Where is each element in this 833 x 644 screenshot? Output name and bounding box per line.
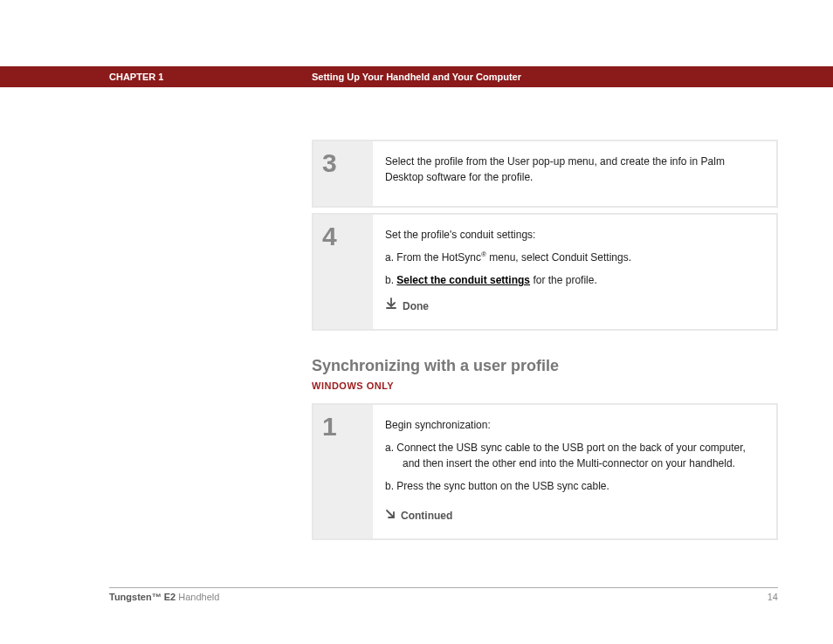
substep-a: a. From the HotSync® menu, select Condui… [385, 250, 761, 265]
step-box: 1 Begin synchronization: a. Connect the … [312, 403, 778, 540]
continued-indicator: Continued [385, 506, 761, 524]
section-subheading: WINDOWS ONLY [312, 380, 778, 391]
substep-b: b. Press the sync button on the USB sync… [385, 478, 761, 494]
continued-label: Continued [401, 508, 452, 524]
content-area: 3 Select the profile from the User pop-u… [312, 140, 778, 540]
step-intro: Begin synchronization: [385, 417, 761, 433]
step-number: 4 [322, 223, 373, 250]
done-label: Done [403, 298, 429, 314]
chapter-title: Setting Up Your Handheld and Your Comput… [312, 72, 521, 82]
section-heading: Synchronizing with a user profile [312, 357, 778, 375]
footer-product: Tungsten™ E2 Handheld [109, 592, 219, 602]
page-footer: Tungsten™ E2 Handheld 14 [109, 587, 778, 602]
step-number-column: 4 [313, 215, 373, 329]
page-number: 14 [768, 592, 778, 602]
chapter-label: CHAPTER 1 [109, 72, 312, 82]
step-substeps: a. Connect the USB sync cable to the USB… [385, 440, 761, 494]
substep-b: b. Select the conduit settings for the p… [385, 272, 761, 288]
step-number-column: 3 [313, 141, 373, 206]
done-indicator: Done [385, 297, 761, 315]
conduit-settings-link[interactable]: Select the conduit settings [396, 274, 530, 286]
download-icon [385, 297, 397, 315]
step-body: Select the profile from the User pop-up … [373, 141, 776, 206]
step-box: 4 Set the profile's conduit settings: a.… [312, 213, 778, 331]
step-text: Select the profile from the User pop-up … [385, 154, 761, 185]
chapter-header: CHAPTER 1 Setting Up Your Handheld and Y… [0, 66, 833, 87]
step-body: Begin synchronization: a. Connect the US… [373, 405, 776, 538]
substep-a: a. Connect the USB sync cable to the USB… [385, 440, 761, 471]
arrow-down-right-icon [385, 506, 396, 524]
step-body: Set the profile's conduit settings: a. F… [373, 215, 776, 329]
step-number: 1 [322, 414, 373, 440]
step-intro: Set the profile's conduit settings: [385, 227, 761, 243]
step-number: 3 [322, 150, 373, 176]
step-box: 3 Select the profile from the User pop-u… [312, 140, 778, 208]
step-substeps: a. From the HotSync® menu, select Condui… [385, 250, 761, 288]
step-number-column: 1 [313, 405, 373, 538]
